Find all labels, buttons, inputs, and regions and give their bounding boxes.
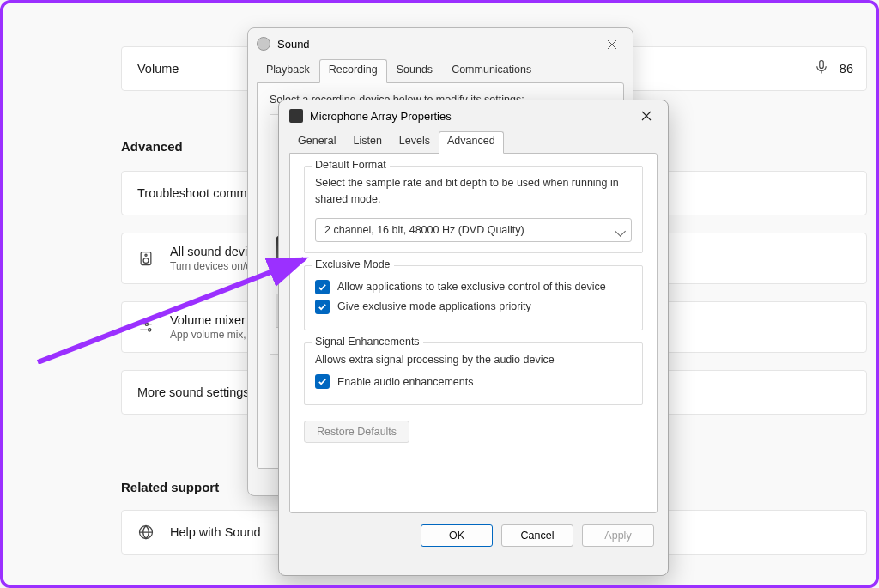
sound-tabs: Playback Recording Sounds Communications xyxy=(248,59,633,83)
close-icon[interactable] xyxy=(597,33,627,56)
signal-enhancements-group: Signal Enhancements Allows extra signal … xyxy=(304,342,643,406)
help-label: Help with Sound xyxy=(170,525,261,539)
sound-dialog-icon xyxy=(257,37,270,51)
volume-percent: 86 xyxy=(840,62,853,76)
svg-point-2 xyxy=(143,258,149,264)
tab-communications[interactable]: Communications xyxy=(442,59,541,83)
props-dialog-title: Microphone Array Properties xyxy=(310,110,452,123)
tab-levels[interactable]: Levels xyxy=(391,131,439,154)
svg-point-4 xyxy=(145,323,148,325)
microphone-properties-dialog: Microphone Array Properties General List… xyxy=(278,100,669,576)
tab-sounds[interactable]: Sounds xyxy=(387,59,442,83)
microphone-dialog-icon xyxy=(289,109,303,123)
exclusive-mode-title: Exclusive Mode xyxy=(312,258,394,270)
tab-general[interactable]: General xyxy=(289,131,344,154)
signal-desc: Allows extra signal processing by the au… xyxy=(315,352,632,368)
default-format-title: Default Format xyxy=(312,159,390,171)
cancel-button[interactable]: Cancel xyxy=(501,524,573,547)
tab-advanced[interactable]: Advanced xyxy=(439,131,504,154)
audio-enhancements-checkbox[interactable] xyxy=(315,374,330,389)
sample-rate-dropdown[interactable]: 2 channel, 16 bit, 48000 Hz (DVD Quality… xyxy=(315,218,632,242)
close-icon[interactable] xyxy=(630,105,663,127)
signal-title: Signal Enhancements xyxy=(312,336,423,348)
props-body: Default Format Select the sample rate an… xyxy=(289,153,658,513)
tab-recording[interactable]: Recording xyxy=(319,59,387,83)
svg-point-5 xyxy=(149,329,151,331)
props-footer: OK Cancel Apply xyxy=(279,524,668,559)
more-sound-label: More sound settings xyxy=(137,385,250,399)
exclusive-control-label: Allow applications to take exclusive con… xyxy=(337,281,606,293)
props-title-bar[interactable]: Microphone Array Properties xyxy=(279,100,668,131)
mixer-icon xyxy=(137,318,155,336)
related-section-title: Related support xyxy=(121,480,219,494)
props-tabs: General Listen Levels Advanced xyxy=(279,131,668,154)
globe-icon xyxy=(137,524,155,541)
svg-point-3 xyxy=(145,254,147,256)
svg-rect-0 xyxy=(820,61,824,69)
ok-button[interactable]: OK xyxy=(421,524,493,547)
advanced-section-title: Advanced xyxy=(121,139,183,154)
apply-button[interactable]: Apply xyxy=(582,524,654,547)
tab-listen[interactable]: Listen xyxy=(344,131,390,154)
default-format-desc: Select the sample rate and bit depth to … xyxy=(315,175,632,208)
exclusive-mode-group: Exclusive Mode Allow applications to tak… xyxy=(304,265,643,330)
volume-label: Volume xyxy=(137,62,179,76)
default-format-group: Default Format Select the sample rate an… xyxy=(304,166,643,253)
microphone-icon xyxy=(814,59,829,78)
exclusive-control-checkbox[interactable] xyxy=(315,280,330,294)
sound-dialog-title: Sound xyxy=(277,38,310,51)
speaker-icon xyxy=(137,250,155,267)
sound-title-bar[interactable]: Sound xyxy=(248,28,633,59)
sample-rate-value: 2 channel, 16 bit, 48000 Hz (DVD Quality… xyxy=(324,224,524,236)
audio-enhancements-label: Enable audio enhancements xyxy=(337,376,473,388)
restore-defaults-button[interactable]: Restore Defaults xyxy=(304,421,409,443)
exclusive-priority-checkbox[interactable] xyxy=(315,300,330,314)
tab-playback[interactable]: Playback xyxy=(257,59,319,83)
exclusive-priority-label: Give exclusive mode applications priorit… xyxy=(337,300,531,312)
